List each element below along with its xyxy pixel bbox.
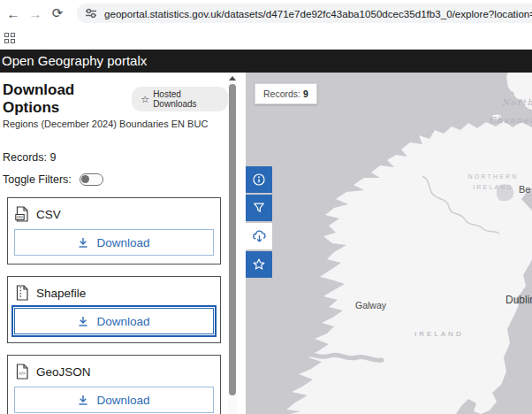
apps-grid-icon[interactable] bbox=[4, 33, 15, 43]
bookmarks-bar bbox=[0, 27, 532, 50]
site-title: Open Geography portalx bbox=[2, 53, 147, 68]
toggle-filters-label: Toggle Filters: bbox=[3, 173, 72, 186]
csv-file-icon: csv bbox=[15, 206, 29, 222]
filter-icon bbox=[251, 200, 267, 216]
records-count: Records: 9 bbox=[3, 151, 228, 164]
format-label-csv: CSV bbox=[36, 208, 61, 221]
hosted-downloads-label: Hosted Downloads bbox=[153, 89, 219, 109]
hosted-downloads-badge[interactable]: ☆ Hosted Downloads bbox=[132, 87, 228, 111]
download-options-panel: Download Options ☆ Hosted Downloads Regi… bbox=[0, 73, 228, 414]
scroll-up-icon[interactable] bbox=[229, 76, 236, 80]
browser-navigation-bar: ← → ⟳ geoportal.statistics.gov.uk/datase… bbox=[0, 0, 532, 27]
download-card-csv: csv CSV Download bbox=[7, 197, 221, 264]
page-title: Download Options bbox=[3, 81, 123, 117]
map-canvas[interactable]: North Channel NORTHERN IRELAND Be Galway… bbox=[246, 73, 532, 414]
shapefile-download-button[interactable]: Download bbox=[14, 308, 214, 334]
svg-text:</>: </> bbox=[19, 371, 26, 376]
dataset-subtitle: Regions (December 2024) Boundaries EN BU… bbox=[3, 119, 228, 129]
records-value: 9 bbox=[303, 88, 308, 99]
scrollbar-thumb[interactable] bbox=[229, 84, 236, 395]
shapefile-icon bbox=[15, 285, 29, 301]
basemap-svg bbox=[246, 73, 532, 414]
format-label-geojson: GeoJSON bbox=[36, 365, 91, 379]
download-label: Download bbox=[96, 315, 149, 328]
star-icon: ☆ bbox=[141, 94, 149, 105]
cloud-download-icon bbox=[251, 228, 268, 245]
info-icon bbox=[251, 172, 267, 188]
geojson-download-button[interactable]: Download bbox=[14, 387, 214, 413]
format-label-shapefile: Shapefile bbox=[36, 287, 86, 300]
download-icon bbox=[78, 395, 88, 406]
star-outline-icon bbox=[251, 257, 267, 272]
svg-text:csv: csv bbox=[17, 215, 24, 219]
download-card-geojson: </> GeoJSON Download bbox=[7, 355, 221, 414]
address-bar[interactable]: geoportal.statistics.gov.uk/datasets/d47… bbox=[77, 4, 532, 23]
panel-map-divider bbox=[237, 73, 246, 414]
reload-icon[interactable]: ⟳ bbox=[48, 5, 67, 21]
download-label: Download bbox=[96, 394, 149, 407]
toggle-knob bbox=[81, 175, 89, 183]
forward-icon[interactable]: → bbox=[26, 6, 45, 21]
site-header: Open Geography portalx bbox=[0, 50, 532, 73]
map-toolbar bbox=[246, 166, 272, 278]
download-label: Download bbox=[96, 236, 149, 249]
island bbox=[492, 115, 501, 119]
download-card-shapefile: Shapefile Download bbox=[7, 276, 221, 343]
map-filter-button[interactable] bbox=[246, 195, 272, 221]
url-text: geoportal.statistics.gov.uk/datasets/d47… bbox=[104, 8, 532, 19]
lough-neagh bbox=[497, 184, 514, 201]
geojson-file-icon: </> bbox=[15, 364, 29, 380]
download-icon bbox=[78, 237, 88, 249]
back-icon[interactable]: ← bbox=[4, 6, 23, 21]
map-info-button[interactable] bbox=[246, 166, 272, 193]
csv-download-button[interactable]: Download bbox=[14, 229, 214, 256]
map-download-button[interactable] bbox=[246, 223, 272, 249]
map-favorite-button[interactable] bbox=[246, 251, 272, 278]
panel-scrollbar[interactable] bbox=[228, 73, 237, 414]
download-icon bbox=[78, 316, 88, 327]
toggle-filters-switch[interactable] bbox=[80, 173, 103, 186]
map-records-badge: Records: 9 bbox=[255, 83, 317, 104]
site-settings-icon[interactable] bbox=[85, 7, 97, 19]
